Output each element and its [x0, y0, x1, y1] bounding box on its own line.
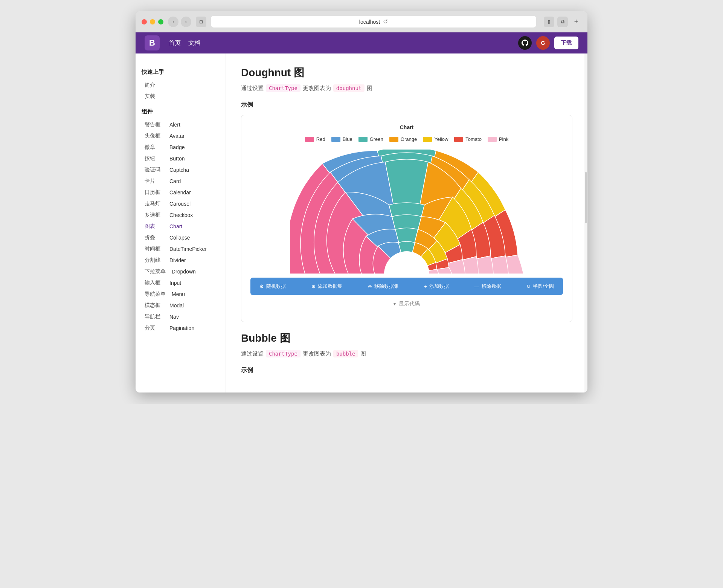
sidebar-section-quickstart: 快速上手	[142, 69, 220, 76]
gear-icon: ⚙	[259, 284, 264, 289]
legend-red: Red	[305, 136, 325, 142]
random-data-button[interactable]: ⚙ 随机数据	[256, 281, 289, 291]
close-button[interactable]	[142, 19, 147, 24]
sidebar-item-divider[interactable]: 分割线 Divider	[142, 255, 220, 266]
sidebar-item-modal[interactable]: 模态框 Modal	[142, 300, 220, 311]
sidebar-item-chart[interactable]: 图表 Chart	[142, 221, 220, 232]
legend-color-blue	[331, 137, 340, 142]
half-full-toggle-button[interactable]: ↻ 半圆/全圆	[523, 281, 557, 291]
gitee-icon: G	[541, 40, 545, 46]
nav-docs[interactable]: 文档	[188, 39, 200, 47]
doughnut-desc: 通过设置 ChartType 更改图表为 doughnut 图	[241, 84, 572, 92]
scrollbar-thumb[interactable]	[585, 172, 587, 223]
bubble-example-label: 示例	[241, 367, 572, 374]
chart-legend: Red Blue Green Orange	[250, 136, 563, 142]
chart-title: Chart	[250, 124, 563, 130]
minimize-button[interactable]	[150, 19, 155, 24]
sidebar-item-install[interactable]: 安装	[142, 91, 220, 102]
doughnut-chart-demo: Chart Red Blue Green	[241, 115, 572, 322]
sidebar-item-intro[interactable]: 简介	[142, 79, 220, 91]
sidebar-item-alert[interactable]: 警告框 Alert	[142, 119, 220, 130]
show-code-bar[interactable]: ▾ 显示代码	[250, 295, 563, 313]
sidebar-item-card[interactable]: 卡片 Card	[142, 176, 220, 187]
gitee-button[interactable]: G	[536, 36, 550, 50]
legend-orange: Orange	[389, 136, 417, 142]
main-content: Doughnut 图 通过设置 ChartType 更改图表为 doughnut…	[226, 53, 587, 393]
github-button[interactable]	[518, 36, 532, 50]
doughnut-tag: doughnut	[333, 84, 365, 92]
fullscreen-button[interactable]	[158, 19, 163, 24]
url-text: localhost	[359, 19, 380, 25]
legend-label-green: Green	[370, 136, 383, 142]
legend-green: Green	[358, 136, 383, 142]
address-bar[interactable]: localhost ↺	[211, 16, 536, 27]
legend-label-orange: Orange	[401, 136, 417, 142]
legend-label-blue: Blue	[343, 136, 352, 142]
sidebar-item-captcha[interactable]: 验证码 Captcha	[142, 164, 220, 176]
legend-label-pink: Pink	[499, 136, 508, 142]
browser-window: ‹ › ⊡ localhost ↺ ⬆ ⧉ + B 首页 文档 G	[136, 11, 587, 393]
scrollbar-track[interactable]	[584, 53, 587, 393]
reload-icon[interactable]: ↺	[383, 18, 388, 25]
legend-blue: Blue	[331, 136, 352, 142]
sidebar-item-badge[interactable]: 徽章 Badge	[142, 142, 220, 153]
bubble-tag: bubble	[333, 350, 358, 357]
add-dataset-button[interactable]: ⊕ 添加数据集	[308, 281, 345, 291]
share-button[interactable]: ⬆	[544, 17, 554, 27]
example-label: 示例	[241, 101, 572, 109]
circle-icon: ↻	[526, 284, 531, 289]
nav-home[interactable]: 首页	[169, 39, 181, 47]
doughnut-chart-svg	[290, 150, 523, 278]
app-body: 快速上手 简介 安装 组件 警告框 Alert 头像框 Avatar 徽章 Ba…	[136, 53, 587, 393]
legend-yellow: Yellow	[423, 136, 448, 142]
add-data-button[interactable]: + 添加数据	[421, 281, 452, 291]
new-window-button[interactable]: ⧉	[557, 17, 568, 27]
sidebar: 快速上手 简介 安装 组件 警告框 Alert 头像框 Avatar 徽章 Ba…	[136, 53, 226, 393]
app-nav: 首页 文档	[169, 39, 200, 47]
new-tab-button[interactable]: +	[571, 17, 581, 27]
sidebar-item-nav[interactable]: 导航栏 Nav	[142, 311, 220, 322]
legend-label-tomato: Tomato	[465, 136, 482, 142]
app-header: B 首页 文档 G 下载	[136, 32, 587, 53]
plus-icon: +	[424, 284, 427, 289]
remove-data-button[interactable]: — 移除数据	[471, 281, 504, 291]
back-button[interactable]: ‹	[168, 17, 178, 27]
chevron-down-icon: ▾	[394, 301, 396, 307]
sidebar-item-calendar[interactable]: 日历框 Calendar	[142, 187, 220, 198]
legend-color-red	[305, 137, 314, 142]
sidebar-item-menu[interactable]: 导航菜单 Menu	[142, 289, 220, 300]
legend-color-yellow	[423, 137, 432, 142]
sidebar-item-avatar[interactable]: 头像框 Avatar	[142, 130, 220, 142]
sidebar-section-components: 组件	[142, 108, 220, 115]
bubble-title: Bubble 图	[241, 331, 572, 345]
download-button[interactable]: 下载	[554, 37, 578, 49]
legend-label-yellow: Yellow	[434, 136, 448, 142]
forward-button[interactable]: ›	[181, 17, 191, 27]
browser-actions: ⬆ ⧉ +	[544, 17, 581, 27]
plus-circle-icon: ⊕	[311, 284, 316, 289]
bubble-charttype-tag: ChartType	[266, 350, 300, 357]
charttype-tag: ChartType	[266, 84, 300, 92]
sidebar-item-checkbox[interactable]: 多选框 Checkbox	[142, 209, 220, 221]
sidebar-item-datetimepicker[interactable]: 时间框 DateTimePicker	[142, 243, 220, 255]
minus-circle-icon: ⊖	[368, 284, 372, 289]
remove-dataset-button[interactable]: ⊖ 移除数据集	[365, 281, 402, 291]
sidebar-item-pagination[interactable]: 分页 Pagination	[142, 322, 220, 334]
doughnut-title: Doughnut 图	[241, 66, 572, 80]
legend-color-pink	[488, 137, 497, 142]
sidebar-item-collapse[interactable]: 折叠 Collapse	[142, 232, 220, 243]
legend-color-orange	[389, 137, 398, 142]
tab-icon[interactable]: ⊡	[196, 17, 206, 27]
sidebar-item-button[interactable]: 按钮 Button	[142, 153, 220, 164]
sidebar-item-input[interactable]: 输入框 Input	[142, 277, 220, 289]
nav-buttons: ‹ ›	[168, 17, 191, 27]
app-logo: B	[145, 35, 160, 50]
legend-pink: Pink	[488, 136, 508, 142]
legend-tomato: Tomato	[454, 136, 482, 142]
legend-color-tomato	[454, 137, 463, 142]
sidebar-item-carousel[interactable]: 走马灯 Carousel	[142, 198, 220, 209]
show-code-label: 显示代码	[399, 301, 420, 307]
chart-actions: ⚙ 随机数据 ⊕ 添加数据集 ⊖ 移除数据集 + 添加数据	[250, 278, 563, 295]
sidebar-item-dropdown[interactable]: 下拉菜单 Dropdown	[142, 266, 220, 277]
legend-color-green	[358, 137, 368, 142]
